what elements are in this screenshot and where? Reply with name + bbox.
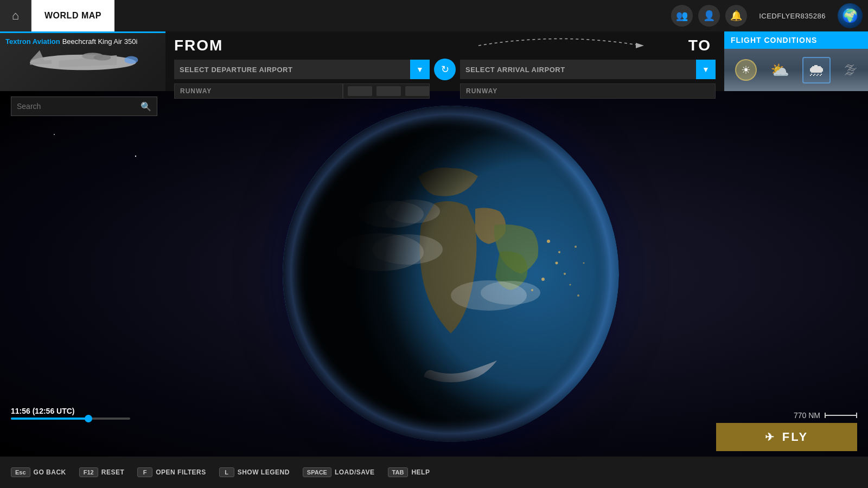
time-slider-track	[11, 418, 130, 420]
distance-ruler	[825, 415, 857, 416]
globe-nav-icon: 🌍	[838, 3, 863, 28]
username-area: ICEDFLYER835286	[752, 12, 832, 20]
key-box-4: SPACE	[303, 467, 331, 477]
departure-selector: SELECT DEPARTURE AIRPORT ▼	[174, 60, 430, 79]
svg-marker-2	[30, 50, 44, 61]
aircraft-manufacturer: Textron Aviation	[5, 37, 60, 46]
flight-conditions-title: FLIGHT CONDITIONS	[724, 31, 868, 49]
key-box-3: L	[219, 467, 234, 477]
time-slider-fill	[11, 418, 88, 420]
profile-icon: 👤	[703, 10, 715, 22]
departure-airport-field[interactable]: SELECT DEPARTURE AIRPORT	[174, 60, 410, 79]
key-combo-0: EscGO BACK	[11, 467, 66, 477]
arrival-selector: SELECT ARRIVAL AIRPORT ▼	[460, 60, 716, 79]
key-combo-1: F12RESET	[79, 467, 124, 477]
header-panel: Textron Aviation Beechcraft King Air 350…	[0, 31, 868, 91]
departure-dropdown-button[interactable]: ▼	[410, 60, 430, 79]
username-text: ICEDFLYER835286	[759, 12, 826, 20]
from-to-header: FROM TO	[174, 37, 716, 54]
community-icon: 👥	[676, 10, 688, 22]
runway-row: RUNWAY RUNWAY	[174, 84, 716, 99]
overcast-icon: 🌫	[844, 62, 857, 78]
nav-icons: 👥 👤 🔔 ICEDFLYER835286 🌍	[671, 3, 868, 28]
notification-icon: 🔔	[730, 10, 742, 22]
partly-cloudy-icon: ⛅	[770, 61, 789, 79]
departure-placeholder: SELECT DEPARTURE AIRPORT	[180, 66, 405, 74]
svg-marker-7	[636, 43, 644, 48]
time-slider[interactable]	[11, 418, 130, 420]
flight-conditions-panel: FLIGHT CONDITIONS ☀ ⛅ 🌧 🌫	[724, 31, 868, 91]
rain-icon: 🌧	[802, 57, 831, 84]
world-map-tab[interactable]: WORLD MAP	[31, 0, 114, 31]
top-nav-bar: ⌂ WORLD MAP 👥 👤 🔔 ICEDFLYER835286 🌍	[0, 0, 868, 31]
bottom-bar: EscGO BACKF12RESETFOPEN FILTERSLSHOW LEG…	[0, 457, 868, 488]
key-combo-4: SPACELOAD/SAVE	[303, 467, 375, 477]
key-label-1: RESET	[101, 468, 125, 476]
notification-button[interactable]: 🔔	[725, 5, 747, 27]
from-label: FROM	[174, 37, 431, 54]
svg-point-9	[135, 156, 136, 157]
svg-point-6	[124, 56, 138, 63]
swap-airports-button[interactable]: ↻	[434, 59, 456, 80]
arrival-runway[interactable]: RUNWAY	[460, 84, 716, 99]
to-label: TO	[688, 37, 716, 54]
key-label-2: OPEN FILTERS	[156, 468, 206, 476]
key-label-5: HELP	[411, 468, 430, 476]
key-box-2: F	[137, 467, 152, 477]
search-button[interactable]: 🔍	[141, 101, 151, 112]
distance-display: 770 NM	[794, 411, 857, 420]
key-combo-2: FOPEN FILTERS	[137, 467, 206, 477]
key-label-3: SHOW LEGEND	[238, 468, 290, 476]
arrival-airport-field[interactable]: SELECT ARRIVAL AIRPORT	[460, 60, 696, 79]
earth-globe	[283, 106, 619, 442]
swap-icon: ↻	[441, 63, 449, 75]
clear-weather-icon: ☀	[735, 59, 757, 81]
time-slider-thumb[interactable]	[85, 415, 92, 422]
airport-row: SELECT DEPARTURE AIRPORT ▼ ↻ SELECT ARRI…	[174, 59, 716, 80]
world-map-label: WORLD MAP	[44, 11, 101, 21]
key-box-1: F12	[79, 467, 98, 477]
key-box-5: TAB	[388, 467, 409, 477]
fly-plane-icon: ✈	[765, 431, 776, 444]
svg-point-5	[93, 54, 111, 60]
home-button[interactable]: ⌂	[0, 0, 31, 31]
search-box: 🔍	[11, 97, 157, 116]
arrival-placeholder: SELECT ARRIVAL AIRPORT	[465, 66, 691, 74]
map-area: 770 NM 11:56 (12:56 UTC) ✈ FLY	[0, 91, 868, 457]
key-combo-5: TABHELP	[388, 467, 430, 477]
key-label-4: LOAD/SAVE	[335, 468, 375, 476]
keyboard-shortcuts: EscGO BACKF12RESETFOPEN FILTERSLSHOW LEG…	[0, 467, 868, 477]
aircraft-section: Textron Aviation Beechcraft King Air 350…	[0, 31, 165, 91]
distance-value: 770 NM	[794, 411, 820, 420]
distance-area: 770 NM	[794, 411, 857, 420]
fly-label: FLY	[782, 430, 809, 444]
profile-button[interactable]: 👤	[698, 5, 720, 27]
arrival-dropdown-button[interactable]: ▼	[696, 60, 716, 79]
flight-section: FROM TO SELECT DEPARTURE AIRPORT ▼ ↻	[165, 31, 724, 91]
key-combo-3: LSHOW LEGEND	[219, 467, 290, 477]
key-label-0: GO BACK	[34, 468, 66, 476]
svg-point-8	[54, 134, 55, 135]
departure-runway[interactable]: RUNWAY	[174, 84, 343, 99]
key-box-0: Esc	[11, 467, 30, 477]
time-display: 11:56 (12:56 UTC)	[11, 407, 130, 415]
fly-button-container: ✈ FLY	[716, 423, 857, 451]
weather-display[interactable]: ☀ ⛅ 🌧 🌫	[724, 49, 868, 91]
svg-point-54	[283, 106, 619, 442]
time-area: 11:56 (12:56 UTC)	[11, 407, 130, 420]
community-button[interactable]: 👥	[671, 5, 693, 27]
fly-button[interactable]: ✈ FLY	[716, 423, 857, 451]
home-icon: ⌂	[12, 9, 19, 23]
search-input[interactable]	[17, 102, 141, 111]
aircraft-model: Beechcraft King Air 350i	[62, 37, 138, 46]
